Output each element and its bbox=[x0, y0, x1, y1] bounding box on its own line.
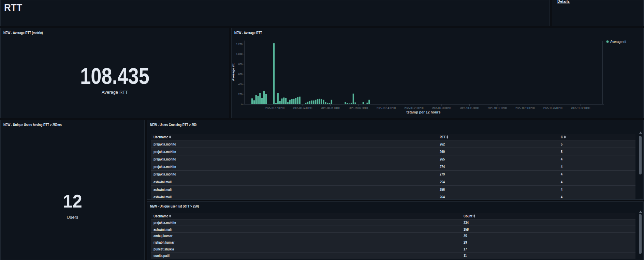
table-cell: 265 bbox=[440, 157, 445, 161]
table-cell: rishabh.kumar bbox=[153, 240, 174, 244]
scrollbar-up-icon[interactable] bbox=[639, 211, 642, 213]
table-cell: prajakta.mohite bbox=[153, 142, 176, 146]
scrollbar-down-icon[interactable] bbox=[639, 199, 642, 200]
svg-text:2025-10-19 00:00: 2025-10-19 00:00 bbox=[515, 106, 535, 110]
table-cell: sunita.patil bbox=[153, 254, 170, 258]
table-cell: 264 bbox=[440, 195, 445, 199]
scrollbar-up-icon[interactable] bbox=[639, 132, 642, 134]
table-cell: 4 bbox=[561, 157, 562, 161]
table-cell: 17 bbox=[464, 247, 467, 251]
svg-text:800: 800 bbox=[238, 63, 243, 66]
table-row: prajakta.mohite2695 bbox=[151, 148, 635, 155]
sort-icon bbox=[169, 214, 171, 218]
svg-text:0: 0 bbox=[241, 103, 243, 106]
scrollbar-thumb[interactable] bbox=[639, 214, 642, 254]
table-cell: 262 bbox=[440, 142, 445, 146]
table-cell: 5 bbox=[561, 142, 562, 146]
svg-text:2025-08-31 00:00: 2025-08-31 00:00 bbox=[321, 106, 340, 110]
svg-text:1,200: 1,200 bbox=[236, 43, 243, 46]
panel-table-unique-users: NEW - Unique user list (RTT > 250) Usern… bbox=[147, 201, 644, 260]
table-row: puneet.shukla17 bbox=[151, 246, 635, 252]
table-cell: prajakta.mohite bbox=[153, 172, 176, 176]
average-rtt-bar-chart[interactable]: 02004006008001,0001,2002025-08-17 00:002… bbox=[232, 28, 644, 118]
table-row: ashwini.mali2644 bbox=[151, 193, 635, 200]
svg-text:400: 400 bbox=[238, 83, 243, 86]
table-cell: prajakta.mohite bbox=[153, 150, 176, 154]
table-cell: 29 bbox=[464, 240, 467, 244]
panel-table-users-crossing: NEW - Users Crossing RTT > 250 UsernameR… bbox=[147, 120, 644, 200]
scrollbar[interactable] bbox=[639, 131, 642, 200]
table-cell: 269 bbox=[440, 150, 445, 154]
svg-text:2025-09-07 00:00: 2025-09-07 00:00 bbox=[349, 106, 368, 110]
sort-icon bbox=[447, 135, 449, 139]
sort-icon bbox=[564, 135, 566, 139]
svg-text:Average rtt: Average rtt bbox=[232, 63, 235, 81]
table-cell: 5 bbox=[561, 150, 562, 154]
table-cell: 35 bbox=[464, 234, 467, 238]
svg-text:2025-10-12 00:00: 2025-10-12 00:00 bbox=[488, 106, 507, 110]
table-cell: 234 bbox=[464, 220, 469, 225]
table-row: rishabh.kumar29 bbox=[151, 239, 635, 245]
panel-header: NEW - Unique user list (RTT > 250) bbox=[150, 204, 199, 208]
table-row: sunita.patil11 bbox=[151, 252, 635, 259]
unique-users-value: 12 bbox=[5, 192, 140, 210]
table-header-row: UsernameCount bbox=[151, 213, 635, 219]
table-cell: 274 bbox=[440, 165, 445, 169]
unique-users-label: Users bbox=[1, 215, 144, 220]
column-header-c[interactable]: C bbox=[561, 135, 566, 139]
table-row: prajakta.mohite234 bbox=[151, 219, 635, 226]
panel-metric-avg-rtt: NEW - Average RTT (metric) 108.435 Avera… bbox=[0, 28, 229, 118]
table-row: prajakta.mohite2744 bbox=[151, 163, 635, 170]
table-cell: prajakta.mohite bbox=[153, 157, 176, 161]
svg-text:2025-08-17 00:00: 2025-08-17 00:00 bbox=[265, 106, 284, 110]
svg-text:2025-08-24 00:00: 2025-08-24 00:00 bbox=[293, 106, 312, 110]
svg-text:2025-09-21 00:00: 2025-09-21 00:00 bbox=[404, 106, 423, 110]
table-cell: ashwini.mali bbox=[153, 180, 172, 184]
panel-header: NEW - Unique Users having RTT > 250ms bbox=[3, 123, 62, 127]
column-header-username[interactable]: Username bbox=[153, 214, 171, 218]
table-row: ashwini.mali2564 bbox=[151, 185, 635, 193]
table-cell: 158 bbox=[464, 227, 469, 231]
table-cell: ashwini.mali bbox=[153, 187, 172, 192]
column-header-count[interactable]: Count bbox=[464, 214, 475, 218]
panel-details: Details bbox=[552, 0, 644, 26]
panel-metric-unique-users: NEW - Unique Users having RTT > 250ms 12… bbox=[0, 120, 145, 260]
avg-rtt-label: Average RTT bbox=[1, 90, 229, 95]
table-cell: 4 bbox=[561, 180, 562, 184]
unique-users-table: UsernameCountprajakta.mohite234ashwini.m… bbox=[151, 213, 635, 259]
table-header-row: UsernameRTTC bbox=[151, 134, 635, 140]
table-cell: 254 bbox=[440, 180, 445, 184]
table-row: ashwini.mali158 bbox=[151, 226, 635, 232]
table-cell: 4 bbox=[561, 172, 562, 176]
table-cell: prajakta.mohite bbox=[153, 220, 176, 225]
column-header-rtt[interactable]: RTT bbox=[440, 135, 448, 139]
table-row: prajakta.mohite2654 bbox=[151, 155, 635, 163]
table-row: prajakta.mohite2625 bbox=[151, 140, 635, 148]
svg-text:600: 600 bbox=[238, 73, 243, 76]
svg-text:2025-10-05 00:00: 2025-10-05 00:00 bbox=[460, 106, 479, 110]
panel-header: NEW - Users Crossing RTT > 250 bbox=[150, 123, 196, 127]
svg-text:Average rtt: Average rtt bbox=[610, 40, 626, 44]
table-cell: 4 bbox=[561, 165, 562, 169]
svg-text:2025-09-14 00:00: 2025-09-14 00:00 bbox=[377, 106, 396, 110]
sort-icon bbox=[473, 214, 475, 218]
column-header-username[interactable]: Username bbox=[153, 135, 171, 139]
sort-icon bbox=[169, 135, 171, 139]
users-crossing-table: UsernameRTTCprajakta.mohite2625prajakta.… bbox=[151, 134, 635, 200]
table-cell: ambuj.kumar bbox=[153, 234, 172, 238]
svg-text:200: 200 bbox=[238, 93, 243, 96]
scrollbar-thumb[interactable] bbox=[639, 136, 642, 174]
table-cell: 256 bbox=[440, 187, 445, 192]
svg-text:1,000: 1,000 bbox=[236, 52, 243, 56]
table-cell: ashwini.mali bbox=[153, 195, 172, 199]
table-row: ashwini.mali2544 bbox=[151, 178, 635, 185]
table-cell: 11 bbox=[464, 254, 467, 258]
details-link[interactable]: Details bbox=[557, 0, 570, 3]
table-cell: 4 bbox=[561, 195, 562, 199]
svg-text:2025-11-02 00:00: 2025-11-02 00:00 bbox=[571, 106, 590, 110]
table-row: ambuj.kumar35 bbox=[151, 232, 635, 239]
panel-header: NEW - Average RTT (metric) bbox=[3, 31, 43, 35]
table-cell: puneet.shukla bbox=[153, 247, 174, 251]
panel-chart-avg-rtt: NEW - Average RTT 02004006008001,0001,20… bbox=[231, 28, 644, 118]
scrollbar[interactable] bbox=[639, 210, 642, 260]
